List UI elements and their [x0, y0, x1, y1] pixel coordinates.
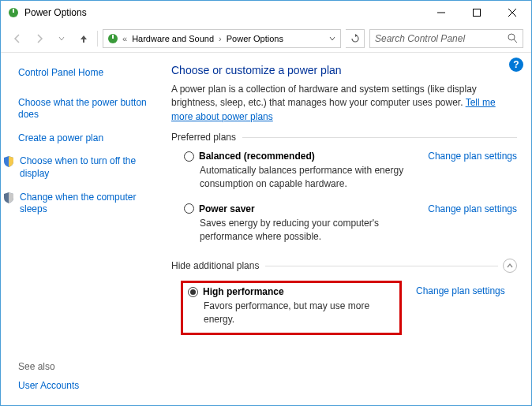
power-options-icon — [7, 6, 20, 19]
svg-point-8 — [508, 34, 515, 40]
forward-button[interactable] — [31, 30, 48, 47]
plan-name: Balanced (recommended) — [199, 151, 315, 162]
divider — [97, 31, 98, 47]
recent-dropdown[interactable] — [53, 30, 70, 47]
search-input[interactable]: Search Control Panel — [369, 29, 523, 48]
svg-line-9 — [514, 39, 517, 43]
svg-rect-1 — [13, 9, 14, 13]
radio-high-performance[interactable] — [188, 287, 198, 297]
divider — [242, 137, 517, 138]
change-plan-settings-link[interactable]: Change plan settings — [428, 151, 517, 191]
radio-balanced[interactable] — [184, 151, 194, 162]
page-heading: Choose or customize a power plan — [171, 64, 517, 76]
plan-description: Favors performance, but may use more ene… — [204, 300, 395, 326]
user-accounts-link[interactable]: User Accounts — [18, 380, 157, 393]
back-button[interactable] — [9, 30, 26, 47]
titlebar: Power Options — [1, 1, 531, 24]
sidebar: Control Panel Home Choose what the power… — [1, 53, 167, 405]
plan-name: Power saver — [199, 203, 255, 214]
chevron-icon: « — [121, 34, 129, 43]
close-button[interactable] — [494, 2, 530, 24]
change-plan-settings-link[interactable]: Change plan settings — [428, 203, 517, 244]
search-placeholder: Search Control Panel — [375, 33, 508, 44]
address-bar[interactable]: « Hardware and Sound › Power Options — [103, 29, 341, 48]
collapse-button[interactable] — [503, 259, 517, 273]
see-also-label: See also — [18, 361, 157, 372]
plan-balanced: Balanced (recommended) Automatically bal… — [171, 147, 517, 200]
plan-description: Automatically balances performance with … — [200, 164, 420, 191]
svg-rect-7 — [112, 35, 114, 39]
help-icon[interactable]: ? — [509, 58, 523, 72]
toolbar: « Hardware and Sound › Power Options Sea… — [1, 24, 531, 53]
sidebar-link[interactable]: Change when the computer sleeps — [20, 192, 157, 216]
search-icon — [508, 33, 518, 43]
shield-icon — [2, 155, 15, 168]
minimize-button[interactable] — [423, 2, 459, 24]
svg-rect-3 — [473, 9, 480, 17]
breadcrumb-segment[interactable]: Power Options — [223, 34, 287, 43]
window-title: Power Options — [24, 7, 423, 18]
main-panel: ? Choose or customize a power plan A pow… — [167, 53, 531, 405]
preferred-plans-label: Preferred plans — [171, 132, 242, 143]
control-panel-home-link[interactable]: Control Panel Home — [18, 67, 157, 80]
window: Power Options « Hardware and Sound › Pow… — [0, 0, 532, 406]
maximize-button[interactable] — [459, 2, 494, 24]
change-plan-settings-link[interactable]: Change plan settings — [416, 285, 505, 296]
breadcrumb-segment[interactable]: Hardware and Sound — [129, 34, 217, 43]
up-button[interactable] — [75, 30, 92, 47]
radio-power-saver[interactable] — [184, 203, 194, 214]
divider — [265, 266, 498, 266]
plan-power-saver: Power saver Saves energy by reducing you… — [171, 200, 517, 253]
chevron-right-icon: › — [217, 34, 223, 43]
power-options-icon — [107, 32, 119, 45]
address-dropdown[interactable] — [326, 34, 339, 43]
plan-high-performance: High performance Favors performance, but… — [171, 277, 517, 335]
sidebar-link[interactable]: Choose when to turn off the display — [20, 155, 157, 180]
plan-description: Saves energy by reducing your computer's… — [200, 217, 420, 244]
content: Control Panel Home Choose what the power… — [1, 53, 531, 405]
sidebar-link[interactable]: Choose what the power button does — [18, 97, 157, 121]
refresh-button[interactable] — [346, 29, 365, 48]
shield-icon — [2, 192, 15, 204]
hide-additional-label: Hide additional plans — [171, 260, 265, 271]
sidebar-link[interactable]: Create a power plan — [18, 132, 157, 145]
page-description: A power plan is a collection of hardware… — [171, 83, 517, 124]
plan-name: High performance — [203, 286, 284, 297]
